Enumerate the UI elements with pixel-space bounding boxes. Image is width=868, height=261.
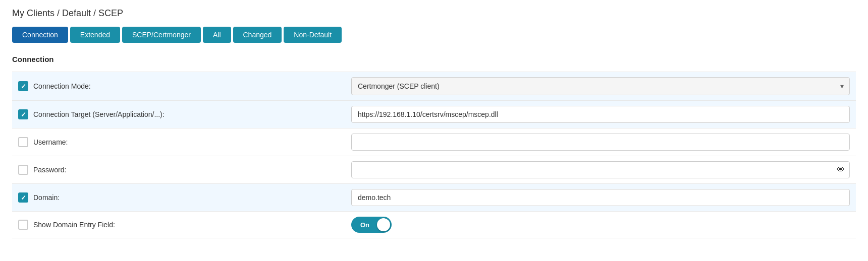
checkbox-domain[interactable] [18,192,28,203]
input-domain[interactable] [351,189,850,206]
value-cell-username [345,128,856,156]
label-cell-username: Username: [12,132,345,152]
value-cell-connection-mode: Certmonger (SCEP client) ▾ [345,72,856,100]
value-cell-connection-target [345,101,856,128]
label-cell-password: Password: [12,160,345,180]
label-username: Username: [33,138,68,146]
checkbox-show-domain[interactable] [18,220,28,230]
checkbox-password[interactable] [18,165,28,175]
form-row-connection-target: Connection Target (Server/Application/..… [12,101,856,128]
toggle-on-label: On [353,221,377,229]
label-domain: Domain: [33,193,60,202]
tab-changed[interactable]: Changed [233,27,282,43]
tab-connection[interactable]: Connection [12,27,68,43]
eye-icon[interactable]: 👁 [837,165,845,174]
form-row-domain: Domain: [12,184,856,212]
tab-non-default[interactable]: Non-Default [284,27,342,43]
form-container: Connection Mode: Certmonger (SCEP client… [12,72,856,238]
form-row-password: Password: 👁 [12,156,856,184]
label-connection-target: Connection Target (Server/Application/..… [33,110,165,118]
input-connection-target[interactable] [351,106,850,123]
value-cell-password: 👁 [345,156,856,183]
input-password[interactable] [351,161,850,178]
form-row-connection-mode: Connection Mode: Certmonger (SCEP client… [12,72,856,101]
label-cell-connection-target: Connection Target (Server/Application/..… [12,104,345,124]
label-password: Password: [33,166,66,174]
checkbox-connection-target[interactable] [18,109,28,119]
breadcrumb: My Clients / Default / SCEP [12,8,856,19]
toggle-show-domain[interactable]: On [351,217,392,233]
label-show-domain: Show Domain Entry Field: [33,221,115,229]
form-row-show-domain: Show Domain Entry Field: On [12,212,856,238]
select-connection-mode[interactable]: Certmonger (SCEP client) [351,77,850,95]
form-row-username: Username: [12,128,856,156]
input-username[interactable] [351,134,850,151]
toggle-knob [377,218,390,231]
label-cell-show-domain: Show Domain Entry Field: [12,215,345,235]
label-connection-mode: Connection Mode: [33,82,91,90]
tabs-container: Connection Extended SCEP/Certmonger All … [12,27,856,43]
password-wrapper: 👁 [351,161,850,178]
select-wrapper-connection-mode: Certmonger (SCEP client) ▾ [351,77,850,95]
checkbox-connection-mode[interactable] [18,81,28,91]
tab-all[interactable]: All [203,27,231,43]
tab-scep-certmonger[interactable]: SCEP/Certmonger [122,27,201,43]
label-cell-connection-mode: Connection Mode: [12,76,345,96]
tab-extended[interactable]: Extended [70,27,120,43]
label-cell-domain: Domain: [12,187,345,208]
checkbox-username[interactable] [18,137,28,147]
section-title: Connection [12,55,856,63]
value-cell-show-domain: On [345,212,856,238]
value-cell-domain [345,184,856,211]
